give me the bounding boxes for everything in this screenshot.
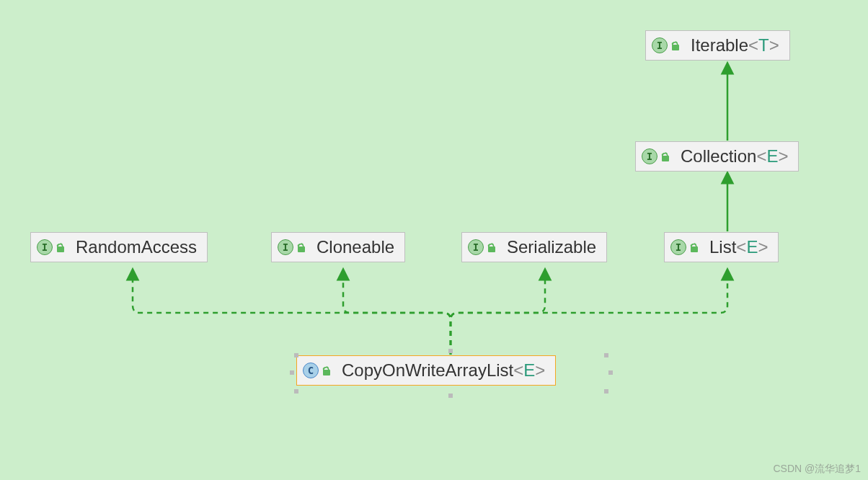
edge-cowal-list xyxy=(451,274,727,355)
selection-handle[interactable] xyxy=(604,353,608,357)
selection-handle[interactable] xyxy=(604,389,608,394)
selection-handle[interactable] xyxy=(290,370,294,375)
watermark: CSDN @流华追梦1 xyxy=(773,463,861,476)
generic-close: > xyxy=(778,146,788,166)
unlock-icon xyxy=(670,40,681,50)
generic-open: < xyxy=(736,237,746,257)
edge-cowal-serial xyxy=(451,274,545,355)
type-name: Serializable xyxy=(507,237,596,257)
node-list[interactable]: I List<E> xyxy=(664,232,779,262)
type-param: E xyxy=(523,360,535,381)
node-serializable[interactable]: I Serializable xyxy=(461,232,607,262)
selection-handle[interactable] xyxy=(448,349,453,353)
class-icon: C xyxy=(303,363,319,378)
edge-cowal-cloneable xyxy=(343,274,451,355)
generic-close: > xyxy=(758,237,768,257)
interface-icon: I xyxy=(652,37,668,53)
node-cloneable[interactable]: I Cloneable xyxy=(271,232,405,262)
generic-close: > xyxy=(769,35,779,55)
type-name: List xyxy=(709,237,736,257)
type-name: Cloneable xyxy=(316,237,394,257)
type-name: Iterable xyxy=(691,35,748,55)
unlock-icon xyxy=(322,365,332,375)
selection-handle[interactable] xyxy=(294,353,298,357)
unlock-icon xyxy=(487,242,497,252)
generic-open: < xyxy=(513,360,523,381)
selection-handle[interactable] xyxy=(294,389,298,394)
type-param: E xyxy=(746,237,758,257)
interface-icon: I xyxy=(670,239,686,255)
type-name: Collection xyxy=(681,146,756,166)
unlock-icon xyxy=(689,242,699,252)
interface-icon: I xyxy=(37,239,53,255)
selection-handle[interactable] xyxy=(448,394,453,398)
generic-open: < xyxy=(756,146,766,166)
type-param: E xyxy=(766,146,778,166)
unlock-icon xyxy=(56,242,66,252)
generic-close: > xyxy=(535,360,545,381)
node-copyonwritearraylist[interactable]: C CopyOnWriteArrayList<E> xyxy=(296,355,556,386)
interface-icon: I xyxy=(468,239,484,255)
unlock-icon xyxy=(296,242,306,252)
node-randomaccess[interactable]: I RandomAccess xyxy=(30,232,208,262)
node-collection[interactable]: I Collection<E> xyxy=(635,141,799,172)
unlock-icon xyxy=(660,151,670,161)
selection-handle[interactable] xyxy=(608,370,613,375)
type-param: T xyxy=(758,35,769,55)
interface-icon: I xyxy=(642,148,657,164)
node-iterable[interactable]: I Iterable<T> xyxy=(645,30,790,61)
type-name: RandomAccess xyxy=(76,237,197,257)
interface-icon: I xyxy=(278,239,293,255)
generic-open: < xyxy=(748,35,758,55)
edge-cowal-random xyxy=(133,274,451,355)
type-name: CopyOnWriteArrayList xyxy=(342,360,513,381)
